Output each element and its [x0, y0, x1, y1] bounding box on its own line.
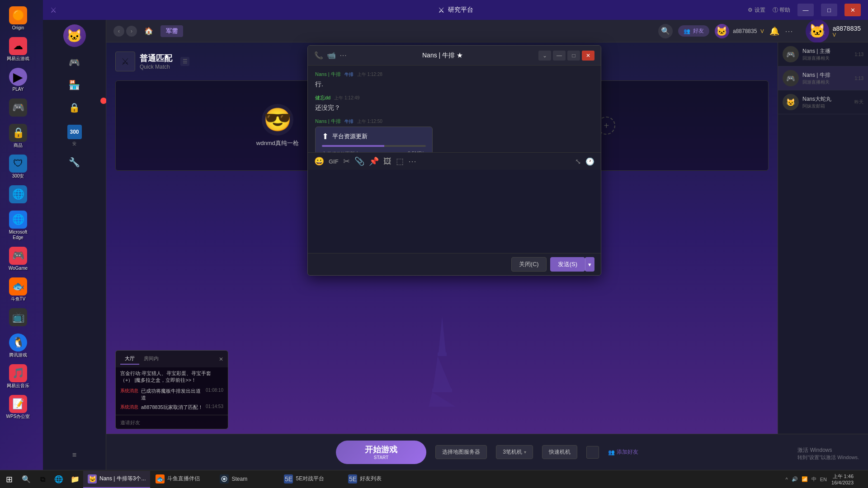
machine-button[interactable]: 3笔机机 ▾ — [496, 445, 533, 459]
gc-title-text: 研究平台 — [448, 6, 473, 14]
chat-close-button[interactable]: 关闭(C) — [511, 257, 547, 272]
expand-icon[interactable]: ⤡ — [575, 157, 581, 166]
desktop-icon-netease[interactable]: 🎵 网易云音乐 — [4, 362, 33, 390]
start-game-button[interactable]: 开始游戏 START — [336, 441, 426, 464]
nav-item-bottom[interactable]: ≡ — [71, 447, 78, 463]
chat-list-item-1[interactable]: 🎮 Nans | 牛排 回游直播相关 1:13 — [778, 66, 868, 90]
search-button[interactable]: 🔍 — [658, 24, 673, 38]
chat-max-btn[interactable]: □ — [567, 51, 580, 61]
desktop-icon-wangyiyun[interactable]: ☁ 网易云游戏 — [4, 35, 33, 63]
taskbar-explorer[interactable]: 📁 — [67, 471, 83, 488]
chat-send-button[interactable]: 发送(S) — [550, 257, 585, 272]
chat-info-1: Nans | 牛排 回游直播相关 — [802, 71, 851, 85]
maximize-btn[interactable]: □ — [821, 4, 837, 16]
bell-button[interactable]: 🔔 — [769, 26, 779, 36]
desktop-icon-play[interactable]: ▶ PLAY — [4, 66, 33, 94]
chat-video-icon[interactable]: 📹 — [327, 51, 336, 60]
server-button[interactable]: 选择地图服务器 — [435, 445, 487, 459]
chat-input-area[interactable] — [308, 170, 601, 253]
share-link[interactable]: 邀请好友 — [120, 420, 140, 425]
taskbar-running-0[interactable]: 🐱 Nans | 牛排等3个... — [83, 471, 150, 488]
sys-icon-3[interactable]: 中 — [811, 476, 816, 483]
nav-item-game[interactable]: 🎮 — [43, 53, 106, 73]
desktop-icon-safe[interactable]: 🔒 商品 — [4, 122, 33, 150]
notif-tab-room[interactable]: 房间内 — [139, 353, 163, 365]
douyu-icon: 🐟 — [9, 277, 27, 296]
user-big-vip: V — [833, 32, 861, 38]
scissors-btn[interactable]: ✂ — [343, 156, 350, 166]
desktop-icon-300[interactable]: 🛡 300安 — [4, 153, 33, 181]
taskbar-running-3[interactable]: 5E 5E对战平台 — [279, 471, 343, 488]
taskbar-clock[interactable]: 上午 1:46 16/4/2023 — [831, 473, 854, 485]
user-info[interactable]: 🐱 a8878835 V — [715, 24, 764, 38]
chat-phone-icon[interactable]: 📞 — [314, 51, 323, 60]
nav-item-300[interactable]: 300 安 — [43, 121, 106, 150]
desktop-icon-game1[interactable]: 🎮 — [4, 97, 33, 119]
desktop-icon-douyu[interactable]: 🐟 斗鱼TV — [4, 276, 33, 304]
pin-btn[interactable]: 📌 — [369, 156, 379, 166]
desktop-icon-green[interactable]: 🌐 — [4, 183, 33, 206]
settings-btn[interactable]: ⚙ 设置 — [748, 6, 765, 14]
notif-tab-lobby[interactable]: 大厅 — [120, 353, 139, 365]
notif-header: 大厅 房间内 ✕ — [116, 351, 228, 367]
nav-item-shop[interactable]: 🏪 — [43, 76, 106, 96]
image-btn[interactable]: 🖼 — [383, 157, 392, 166]
taskbar-edge[interactable]: 🌐 — [51, 471, 67, 488]
quick-button[interactable]: 快速机机 — [542, 445, 577, 459]
netease-label: 网易云音乐 — [7, 383, 29, 389]
forward-arrow[interactable]: › — [126, 26, 137, 37]
attach-btn[interactable]: 📎 — [354, 156, 364, 166]
extra-btn[interactable] — [586, 446, 599, 459]
user-big-avatar[interactable]: 🐱 — [806, 20, 829, 43]
chat-list-item-2[interactable]: 😺 Nans大蛇丸 阿妹发邮箱 昨天 — [778, 90, 868, 114]
sender-name-2: Nans | 牛排 — [315, 118, 341, 125]
show-hidden-icons[interactable]: ^ — [786, 477, 788, 482]
chat-avatar-icon-0: 🎮 — [786, 50, 795, 59]
show-desktop-btn[interactable] — [854, 470, 868, 488]
user-big-avatar-icon: 🐱 — [809, 23, 826, 39]
chat-min-btn[interactable]: — — [553, 51, 566, 61]
nav-item-bag[interactable]: 🔒 — [43, 99, 106, 118]
taskbar-running-4[interactable]: 5E 好友列表 — [344, 471, 407, 488]
mode-settings-icon[interactable]: ☰ — [180, 57, 189, 66]
add-friend-area[interactable]: 👥 添加好友 — [608, 448, 638, 456]
chat-close-win-btn[interactable]: ✕ — [582, 51, 594, 61]
taskbar-taskview[interactable]: ⧉ — [34, 471, 51, 488]
emoji-btn[interactable]: 😀 — [314, 156, 324, 166]
home-button[interactable]: 🏠 — [142, 25, 155, 38]
minimize-btn[interactable]: — — [797, 4, 814, 16]
msg-time-1: 上午 1:12:49 — [334, 95, 359, 101]
taskbar-search[interactable]: 🔍 — [18, 471, 34, 488]
notif-close-icon[interactable]: ✕ — [219, 356, 223, 362]
friends-button[interactable]: 👥 好友 — [678, 25, 709, 37]
more-toolbar-btn[interactable]: ⋯ — [408, 156, 416, 166]
start-menu-button[interactable]: ⊞ — [0, 470, 18, 488]
desktop-icon-origin[interactable]: 🟠 Origin — [4, 5, 33, 33]
taskbar-running-1[interactable]: 🐟 斗鱼直播伴侣 — [151, 471, 214, 488]
desktop-icon-tencent[interactable]: 📺 — [4, 306, 33, 329]
desktop-icon-qq[interactable]: 🐧 腾讯游戏 — [4, 332, 33, 360]
taskbar-running-2[interactable]: Steam — [215, 471, 278, 488]
chat-list-item-0[interactable]: 🎮 Nans | 主播 回游直播相关 1:13 — [778, 42, 868, 66]
sys-icon-2[interactable]: 📶 — [802, 476, 808, 482]
help-btn[interactable]: ① 帮助 — [773, 6, 790, 14]
history-icon[interactable]: 🕐 — [585, 157, 594, 166]
desktop-icon-edge[interactable]: 🌐 Microsoft Edge — [4, 209, 33, 242]
desktop-icon-wogame[interactable]: 🎮 WoGame — [4, 245, 33, 273]
sys-icon-1[interactable]: 🔊 — [792, 476, 798, 482]
more-button[interactable]: ⋯ — [785, 26, 793, 36]
close-btn[interactable]: ✕ — [844, 4, 861, 16]
desktop-icon-wps[interactable]: 📝 WPS办公室 — [4, 393, 33, 421]
screen-btn[interactable]: ⬚ — [396, 156, 404, 166]
gif-btn[interactable]: GIF — [329, 158, 339, 165]
send-arrow-btn[interactable]: ▾ — [585, 257, 594, 272]
chat-collapse-btn[interactable]: ⌄ — [538, 51, 551, 61]
sys-icon-4[interactable]: EN — [820, 477, 827, 482]
nav-avatar[interactable]: 🐱 — [63, 24, 86, 47]
play-label: PLAY — [13, 87, 24, 92]
mode-icon-box: ⚔ — [115, 52, 135, 71]
nav-item-tool[interactable]: 🔧 — [43, 153, 106, 173]
running-label-4: 好友列表 — [360, 475, 382, 483]
back-arrow[interactable]: ‹ — [113, 26, 124, 37]
chat-more-icon[interactable]: ⋯ — [340, 51, 347, 60]
